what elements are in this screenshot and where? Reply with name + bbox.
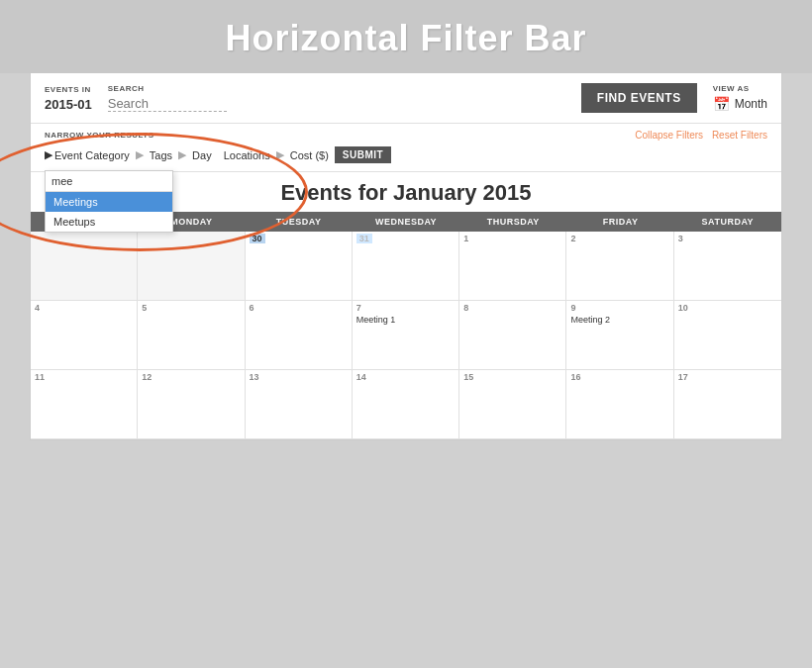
collapse-filters-link[interactable]: Collapse Filters: [635, 130, 703, 141]
calendar-week-1: 30 31 1 2 3: [31, 232, 781, 301]
cal-date-jan16: 16: [570, 372, 668, 382]
dropdown-item-meetings[interactable]: Meetings: [46, 192, 172, 212]
cal-date-jan13: 13: [250, 372, 348, 382]
event-category-filter[interactable]: ▶ Event Category: [45, 148, 130, 161]
cal-header-thursday: THURSDAY: [459, 212, 566, 232]
events-in-group: EVENTS IN 2015-01: [45, 85, 92, 112]
filter-links: Collapse Filters Reset Filters: [635, 130, 767, 141]
cost-filter[interactable]: Cost ($): [290, 149, 329, 161]
cal-date-jan10: 10: [678, 303, 777, 313]
calendar-icon: 📅: [713, 96, 730, 112]
cal-cell-empty-sun: [31, 232, 138, 301]
cal-cell-dec31: 31: [353, 232, 459, 301]
cal-date-dec30: 30: [250, 234, 265, 243]
cal-date-jan14: 14: [356, 372, 455, 382]
events-in-value: 2015-01: [45, 97, 92, 112]
view-as-group: VIEW AS 📅 Month: [713, 84, 767, 112]
cal-cell-jan12: 12: [138, 370, 245, 439]
dropdown-item-meetups[interactable]: Meetups: [46, 212, 172, 232]
banner-title: Horizontal Filter Bar: [0, 18, 812, 59]
calendar-week-2: 4 5 6 7 Meeting 1 8 9 Meeting 2 10: [31, 301, 781, 370]
cal-cell-jan7: 7 Meeting 1: [353, 301, 459, 370]
cal-header-wednesday: WEDNESDAY: [353, 212, 459, 232]
cal-date-jan11: 11: [35, 372, 133, 382]
view-as-value: Month: [735, 97, 767, 111]
cal-cell-jan4: 4: [31, 301, 138, 370]
locations-filter[interactable]: Locations: [224, 149, 270, 161]
cal-date-jan6: 6: [250, 303, 348, 313]
filter-bar: ▶ Event Category Meetings Meetups ▶ Tags…: [31, 141, 781, 171]
event-category-dropdown: Meetings Meetups: [45, 170, 173, 233]
cal-header-friday: FRIDAY: [566, 212, 673, 232]
narrow-row: NARROW YOUR RESULTS Collapse Filters Res…: [31, 124, 781, 141]
divider-1: ▶: [136, 148, 144, 161]
events-in-label: EVENTS IN: [45, 85, 92, 94]
cal-date-jan9: 9: [570, 303, 668, 313]
event-meeting2[interactable]: Meeting 2: [570, 315, 668, 325]
cal-date-jan15: 15: [463, 372, 561, 382]
cal-date-jan2: 2: [570, 234, 668, 243]
cal-cell-jan16: 16: [566, 370, 673, 439]
tags-filter[interactable]: Tags: [150, 149, 172, 161]
cal-cell-jan9: 9 Meeting 2: [566, 301, 673, 370]
cost-label: Cost ($): [290, 149, 329, 161]
cal-cell-jan10: 10: [674, 301, 781, 370]
find-events-button[interactable]: FIND EVENTS: [581, 83, 697, 113]
cal-date-dec31: 31: [356, 234, 372, 243]
cal-cell-jan8: 8: [459, 301, 566, 370]
cal-cell-jan1: 1: [459, 232, 566, 301]
divider-2: ▶: [178, 148, 186, 161]
main-card: EVENTS IN 2015-01 SEARCH FIND EVENTS VIE…: [30, 73, 782, 440]
cal-cell-jan11: 11: [31, 370, 138, 439]
cal-cell-jan5: 5: [138, 301, 245, 370]
cal-cell-jan15: 15: [459, 370, 566, 439]
cal-date-jan4: 4: [35, 303, 133, 313]
search-label: SEARCH: [108, 84, 227, 93]
cal-cell-jan13: 13: [246, 370, 353, 439]
event-category-dropdown-container: ▶ Event Category Meetings Meetups: [45, 148, 130, 161]
banner: Horizontal Filter Bar: [0, 0, 812, 73]
cal-date-jan7: 7: [356, 303, 455, 313]
event-meeting1[interactable]: Meeting 1: [356, 315, 455, 325]
cal-date-jan12: 12: [142, 372, 240, 382]
tags-label: Tags: [150, 149, 172, 161]
dropdown-search-input[interactable]: [46, 171, 172, 192]
view-as-inner: 📅 Month: [713, 96, 767, 112]
cal-cell-jan2: 2: [566, 232, 673, 301]
top-filter-row: EVENTS IN 2015-01 SEARCH FIND EVENTS VIE…: [31, 73, 781, 124]
event-category-label: Event Category: [54, 149, 130, 161]
cal-date-jan5: 5: [142, 303, 240, 313]
search-group: SEARCH: [108, 84, 227, 112]
day-label: Day: [192, 149, 212, 161]
divider-4: ▶: [276, 148, 284, 161]
cal-date-jan1: 1: [463, 234, 561, 243]
reset-filters-link[interactable]: Reset Filters: [712, 130, 767, 141]
narrow-label: NARROW YOUR RESULTS: [45, 131, 154, 140]
locations-label: Locations: [224, 149, 270, 161]
calendar-week-3: 11 12 13 14 15 16 17: [31, 370, 781, 439]
cal-header-tuesday: TUESDAY: [246, 212, 353, 232]
event-category-arrow: ▶: [45, 148, 52, 161]
cal-cell-jan14: 14: [353, 370, 459, 439]
cal-cell-jan3: 3: [674, 232, 781, 301]
cal-cell-jan6: 6: [246, 301, 353, 370]
cal-date-jan8: 8: [463, 303, 561, 313]
cal-date-jan17: 17: [678, 372, 777, 382]
view-as-label: VIEW AS: [713, 84, 750, 93]
cal-cell-jan17: 17: [674, 370, 781, 439]
cal-date-jan3: 3: [678, 234, 777, 243]
cal-cell-empty-mon: [138, 232, 245, 301]
search-input[interactable]: [108, 96, 227, 112]
submit-button[interactable]: SUBMIT: [335, 146, 391, 163]
cal-cell-dec30: 30: [246, 232, 353, 301]
day-filter[interactable]: Day: [192, 149, 212, 161]
cal-header-saturday: SATURDAY: [674, 212, 781, 232]
